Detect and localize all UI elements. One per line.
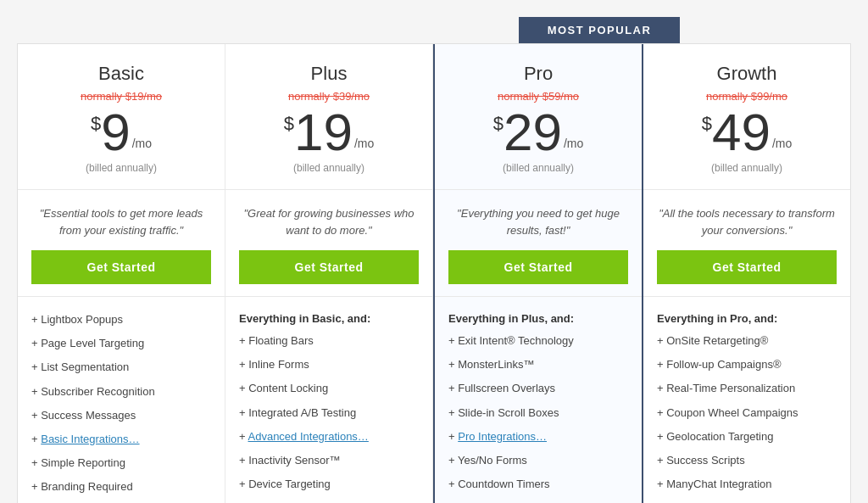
plan-basic-tagline: "Essential tools to get more leads from … (31, 205, 211, 238)
list-item: + Content Locking (239, 381, 419, 396)
list-item: + Slide-in Scroll Boxes (448, 405, 628, 421)
plan-plus-tagline-section: "Great for growing businesses who want t… (225, 190, 432, 297)
plan-pro-features-header: Everything in Plus, and: (448, 312, 628, 325)
plan-basic-per-mo: /mo (132, 137, 152, 150)
plan-basic-billed: (billed annually) (31, 162, 211, 174)
plan-plus-original-price: normally $39/mo (239, 90, 419, 103)
list-item: + Inline Forms (239, 357, 419, 372)
plan-plus-name: Plus (239, 63, 419, 85)
plan-growth-price: 49 (712, 106, 771, 159)
list-item: + Pro Integrations… (448, 429, 628, 444)
list-item: + Lightbox Popups (31, 312, 211, 327)
plan-growth-tagline: "All the tools necessary to transform yo… (657, 205, 837, 238)
plan-pro-billed: (billed annually) (448, 162, 628, 174)
plan-growth-dollar: $ (702, 113, 712, 135)
plans-container: Basic normally $19/mo $ 9 /mo (billed an… (17, 43, 851, 503)
plan-growth-cta[interactable]: Get Started (657, 250, 837, 284)
plan-basic-name: Basic (31, 63, 211, 85)
plan-pro-original-price: normally $59/mo (448, 90, 628, 103)
list-item: + Basic Integrations… (31, 432, 211, 447)
plan-basic-tagline-section: "Essential tools to get more leads from … (18, 190, 225, 297)
plan-growth-tagline-section: "All the tools necessary to transform yo… (643, 190, 850, 297)
plan-plus-billed: (billed annually) (239, 162, 419, 174)
list-item: + OnSite Retargeting® (657, 333, 837, 349)
plan-plus-features: Everything in Basic, and: + Floating Bar… (225, 297, 432, 503)
plan-pro-cta[interactable]: Get Started (448, 250, 628, 284)
most-popular-banner: MOST POPULAR (519, 17, 680, 43)
plan-growth-billed: (billed annually) (657, 162, 837, 174)
list-item: + Countdown Timers (448, 477, 628, 492)
plan-pro-tagline-section: "Everything you need to get huge results… (435, 190, 642, 297)
list-item: + Integrated A/B Testing (239, 405, 419, 421)
plan-plus-header: Plus normally $39/mo $ 19 /mo (billed an… (225, 44, 432, 190)
plan-pro-price: 29 (504, 106, 562, 159)
plan-growth-features: Everything in Pro, and: + OnSite Retarge… (643, 297, 850, 503)
list-item: + Simple Reporting (31, 455, 211, 471)
plan-basic-price: 9 (101, 106, 130, 159)
plan-growth-original-price: normally $99/mo (657, 90, 837, 103)
plan-plus-per-mo: /mo (354, 137, 374, 150)
plan-growth: Growth normally $99/mo $ 49 /mo (billed … (643, 44, 850, 503)
list-item: + Page Level Targeting (31, 336, 211, 351)
list-item: + Yes/No Forms (448, 453, 628, 468)
list-item: + ManyChat Integration (657, 477, 837, 492)
plan-plus-tagline: "Great for growing businesses who want t… (239, 205, 419, 238)
plan-pro-price-row: $ 29 /mo (448, 106, 628, 159)
list-item: + Exit Intent® Technology (448, 333, 628, 349)
plan-pro-dollar: $ (493, 113, 504, 135)
plan-growth-per-mo: /mo (772, 137, 792, 150)
plan-plus: Plus normally $39/mo $ 19 /mo (billed an… (225, 44, 433, 503)
list-item: + List Segmentation (31, 360, 211, 375)
plan-basic-dollar: $ (91, 113, 101, 135)
plan-growth-header: Growth normally $99/mo $ 49 /mo (billed … (643, 44, 850, 190)
plan-growth-price-row: $ 49 /mo (657, 106, 837, 159)
list-item: + Branding Required (31, 479, 211, 495)
list-item: + Real-Time Personalization (657, 381, 837, 396)
plan-pro-name: Pro (448, 63, 628, 85)
plan-plus-price-row: $ 19 /mo (239, 106, 419, 159)
list-item: + Success Messages (31, 408, 211, 423)
plan-growth-features-header: Everything in Pro, and: (657, 312, 837, 325)
plan-plus-cta[interactable]: Get Started (239, 250, 419, 284)
plan-basic-header: Basic normally $19/mo $ 9 /mo (billed an… (18, 44, 225, 190)
plan-pro-header: Pro normally $59/mo $ 29 /mo (billed ann… (435, 44, 642, 190)
list-item: + Device Targeting (239, 477, 419, 492)
list-item: + MonsterLinks™ (448, 357, 628, 372)
list-item: + Fullscreen Overlays (448, 381, 628, 396)
plan-basic-original-price: normally $19/mo (31, 90, 211, 103)
list-item: + Coupon Wheel Campaigns (657, 405, 837, 421)
plan-plus-features-header: Everything in Basic, and: (239, 312, 419, 325)
plan-pro-per-mo: /mo (564, 137, 583, 150)
plan-basic-features: + Lightbox Popups + Page Level Targeting… (18, 297, 225, 503)
plan-basic-price-row: $ 9 /mo (31, 106, 211, 159)
plan-plus-price: 19 (294, 106, 353, 159)
list-item: + Geolocation Targeting (657, 429, 837, 444)
plan-growth-name: Growth (657, 63, 837, 85)
plan-plus-dollar: $ (284, 113, 294, 135)
list-item: + Inactivity Sensor™ (239, 453, 419, 468)
plan-basic: Basic normally $19/mo $ 9 /mo (billed an… (18, 44, 225, 503)
list-item: + Floating Bars (239, 333, 419, 349)
list-item: + Follow-up Campaigns® (657, 357, 837, 372)
plan-basic-cta[interactable]: Get Started (31, 250, 211, 284)
plan-pro-features: Everything in Plus, and: + Exit Intent® … (435, 297, 642, 503)
list-item: + Success Scripts (657, 453, 837, 468)
list-item: + Advanced Integrations… (239, 429, 419, 444)
plan-pro-tagline: "Everything you need to get huge results… (448, 205, 628, 238)
list-item: + Subscriber Recognition (31, 384, 211, 400)
plan-pro: Pro normally $59/mo $ 29 /mo (billed ann… (433, 44, 643, 503)
